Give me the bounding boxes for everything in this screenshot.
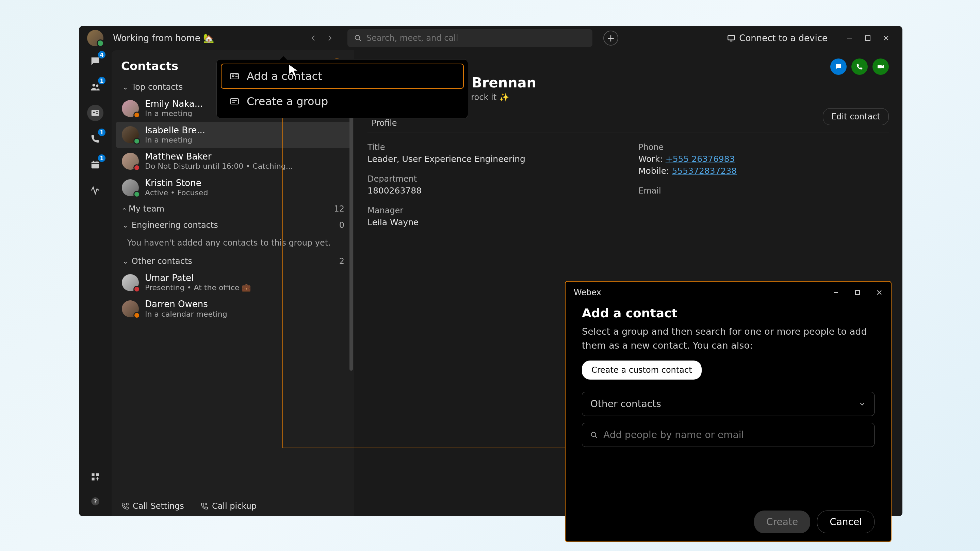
svg-rect-18 [856,291,859,295]
group-label: Top contacts [132,82,183,92]
svg-point-16 [232,75,234,76]
left-rail: 4 1 1 1 [79,50,111,516]
group-label: My team [129,204,164,214]
contact-name: Isabelle Bre... [145,125,205,136]
forward-button[interactable] [323,31,337,45]
contact-status: In a meeting [145,109,203,118]
activity-icon [90,185,100,195]
group-count: 0 [339,221,344,230]
contacts-title: Contacts [121,59,178,73]
contact-status: In a calendar meeting [145,310,227,319]
rail-bottom: ? [87,469,103,510]
people-search-input[interactable] [603,429,866,440]
rail-more[interactable] [87,182,103,198]
create-custom-contact-button[interactable]: Create a custom contact [582,360,702,380]
close-button[interactable] [882,34,890,42]
rail-messaging[interactable]: 4 [87,53,103,69]
video-call-button[interactable] [872,59,889,75]
field-email: Email [638,186,889,195]
group-my-team[interactable]: › My team 12 [116,201,351,217]
title-label: Title [368,143,618,152]
minimize-button[interactable] [845,34,853,42]
contact-status: Active • Focused [145,189,208,197]
contact-row-matthew[interactable]: Matthew BakerDo Not Disturb until 16:00 … [116,148,351,175]
search-box[interactable] [347,29,592,47]
work-phone-link[interactable]: +555 26376983 [666,154,735,164]
menu-create-group[interactable]: Create a group [221,89,464,114]
action-buttons [830,59,889,75]
contact-row-isabelle[interactable]: Isabelle Bre...In a meeting [116,122,351,148]
svg-point-4 [96,84,98,87]
rail-teams[interactable]: 1 [87,79,103,95]
message-button[interactable] [830,59,846,75]
dialog-close-button[interactable] [876,289,883,296]
field-manager: Manager Leila Wayne [368,206,618,227]
mobile-phone: Mobile: 555372837238 [638,166,889,176]
svg-rect-9 [96,473,99,476]
self-status[interactable]: Working from home 🏡 [113,33,214,43]
dialog-maximize-button[interactable] [854,289,861,296]
status-badge-meeting [134,111,140,118]
svg-rect-7 [92,162,99,168]
connect-device-button[interactable]: Connect to a device [727,33,827,43]
empty-group-text: You haven't added any contacts to this g… [116,233,351,253]
scrollbar[interactable] [350,79,353,496]
meetings-badge: 1 [98,154,105,162]
maximize-button[interactable] [864,34,872,42]
dialog-minimize-button[interactable] [832,289,839,296]
group-engineering[interactable]: ⌄ Engineering contacts 0 [116,217,351,233]
rail-meetings[interactable]: 1 [87,156,103,173]
svg-rect-14 [878,65,882,68]
phone-icon [856,63,863,70]
contact-card-icon [90,108,100,118]
back-button[interactable] [307,31,320,45]
dialog-titlebar: Webex [566,282,891,303]
svg-rect-15 [231,73,239,79]
video-icon [877,63,885,71]
svg-point-6 [93,111,95,113]
call-settings-button[interactable]: Call Settings [121,501,184,511]
rail-contacts[interactable] [87,105,103,121]
svg-rect-8 [92,473,95,476]
contact-name: Emily Naka... [145,98,203,109]
contacts-panel: Contacts + ⌄ Top contacts Emily Naka...I… [111,50,354,516]
audio-call-button[interactable] [851,59,868,75]
connect-device-label: Connect to a device [739,33,827,43]
annotation-line [282,102,283,448]
chevron-down-icon: ⌄ [123,221,128,229]
call-pickup-button[interactable]: Call pickup [200,501,256,511]
group-select[interactable]: Other contacts [582,392,875,416]
search-icon [354,34,362,42]
add-contact-dropdown: Add a contact Create a group [216,59,468,118]
svg-point-19 [592,432,596,437]
phone-icon [90,134,100,144]
status-badge-dnd [134,164,140,171]
create-button[interactable]: Create [754,511,810,533]
edit-contact-button[interactable]: Edit contact [823,108,889,125]
contact-status: In a meeting [145,136,205,144]
title-value: Leader, User Experience Engineering [368,154,618,164]
mgr-value: Leila Wayne [368,218,618,227]
menu-add-contact[interactable]: Add a contact [221,64,464,89]
global-add-button[interactable]: + [603,30,618,46]
people-search-box[interactable] [582,423,875,447]
teams-badge: 1 [98,77,105,84]
bottom-bar: Call Settings Call pickup [111,496,354,516]
svg-rect-5 [92,110,99,116]
group-count: 12 [334,204,344,214]
avatar [122,100,139,117]
contact-row-umar[interactable]: Umar PatelPresenting • At the office 💼 [116,269,351,296]
self-avatar[interactable] [87,30,103,46]
nav-buttons [307,31,337,45]
rail-calling[interactable]: 1 [87,130,103,147]
search-input[interactable] [366,33,585,43]
chevron-down-icon: ⌄ [123,257,128,265]
svg-text:?: ? [94,498,97,505]
group-other[interactable]: ⌄ Other contacts 2 [116,253,351,269]
rail-apps[interactable] [87,469,103,485]
mobile-phone-link[interactable]: 555372837238 [672,166,737,176]
rail-help[interactable]: ? [87,493,103,510]
cancel-button[interactable]: Cancel [817,511,875,533]
contact-row-darren[interactable]: Darren OwensIn a calendar meeting [116,295,351,322]
contact-row-kristin[interactable]: Kristin StoneActive • Focused [116,175,351,201]
